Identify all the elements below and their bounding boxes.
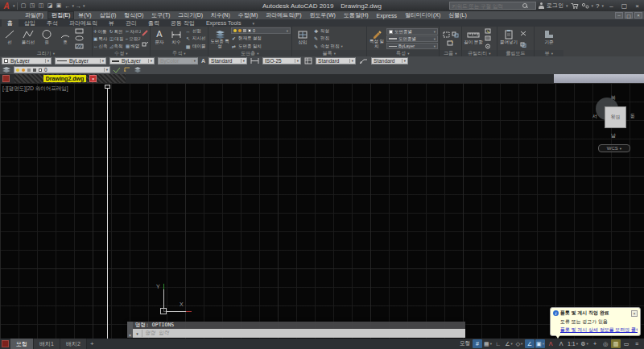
arc-button[interactable]: 호 — [56, 27, 74, 50]
edit-block-button[interactable]: ✎편집 — [313, 35, 343, 42]
search-input[interactable] — [450, 3, 522, 9]
layout-tab-layout1[interactable]: 배치1 — [34, 339, 60, 349]
polyline-button[interactable]: 폴리선 — [19, 27, 37, 50]
dropdown-icon[interactable]: ▾ — [490, 342, 492, 346]
menu-dimension[interactable]: 치수(N) — [207, 11, 234, 19]
compass-west-label[interactable]: 서 — [589, 113, 601, 120]
object-color-combo[interactable]: 도면층별 ▾ — [386, 28, 438, 35]
layer-manager-icon[interactable] — [2, 66, 11, 74]
menu-symbol[interactable]: 심볼(L) — [444, 11, 471, 19]
dropdown-icon[interactable]: ▾ — [587, 342, 588, 346]
signin-dropdown-icon[interactable]: ▾ — [566, 3, 568, 8]
annotation-visibility-toggle[interactable]: Λ — [546, 339, 555, 348]
layout-tab-layout2[interactable]: 배치2 — [60, 339, 87, 349]
dropdown-icon[interactable]: ▾ — [511, 342, 513, 346]
snap-mode-toggle[interactable]: ▦▾ — [483, 339, 493, 348]
move-button[interactable]: ✛이동 — [93, 28, 109, 35]
match-layer-button[interactable]: ⇄도면층 일치 — [231, 43, 291, 50]
search-icon[interactable] — [522, 3, 528, 9]
rectangle-button[interactable] — [75, 28, 84, 34]
ribbon-state-arrow-icon[interactable]: ▾ — [246, 19, 260, 27]
annotation-monitor-toggle[interactable]: + — [590, 339, 600, 348]
layer-control-combo[interactable]: 0 ▾ — [14, 66, 110, 73]
set-current-layer-button[interactable]: ✔현재로 설정 — [231, 35, 291, 42]
isolate-objects-button[interactable]: ◎ — [601, 339, 610, 348]
leader-button[interactable]: ↖지시선 — [185, 35, 206, 42]
stretch-button[interactable]: ↔신축 — [93, 43, 109, 50]
quick-calc-button[interactable] — [485, 35, 491, 41]
make-current-icon[interactable] — [113, 66, 121, 73]
annotation-scale-button[interactable]: 1:1▾ — [567, 339, 579, 348]
linear-dim-button[interactable]: ↔선형 — [185, 27, 206, 35]
command-close-icon[interactable]: × — [129, 333, 132, 338]
notification-close-icon[interactable]: × — [631, 310, 638, 317]
polar-tracking-toggle[interactable]: ∠▾ — [504, 339, 514, 348]
help-button[interactable]: ? — [596, 2, 599, 10]
cut-button[interactable] — [520, 31, 526, 36]
open-file-button[interactable]: ◳ — [28, 1, 37, 10]
ortho-mode-toggle[interactable]: ∟ — [493, 339, 503, 348]
isometric-drafting-toggle[interactable]: ◇▾ — [514, 339, 524, 348]
menu-window[interactable]: 윈도우(W) — [306, 11, 340, 19]
line-button[interactable]: 선 — [1, 27, 19, 50]
signin-button[interactable]: 로그인 — [547, 2, 564, 10]
layer-states-icon[interactable] — [134, 66, 142, 73]
table-style-combo[interactable]: Standard ▾ — [316, 57, 356, 64]
layer-previous-icon[interactable] — [123, 66, 131, 73]
ungroup-button[interactable] — [452, 31, 459, 38]
help-search-box[interactable] — [449, 2, 536, 10]
tab-manage[interactable]: 관리 — [120, 19, 142, 27]
drawing-file-tab[interactable]: Drawing2.dwg × — [14, 74, 126, 83]
app-store-cart-icon[interactable] — [571, 2, 579, 10]
tab-annotate[interactable]: 주석 — [41, 19, 64, 27]
viewcube[interactable]: 윗면 북 동 남 서 WCS▾ — [592, 94, 641, 154]
rotate-button[interactable]: ↻회전 — [109, 28, 125, 35]
id-point-button[interactable] — [485, 44, 491, 49]
layer-properties-button[interactable]: 도면층 특성 — [209, 27, 230, 50]
panel-label-utilities[interactable]: 유틸리티▾ — [462, 50, 497, 56]
viewcube-top-face[interactable]: 윗면 — [605, 106, 626, 128]
copy-button[interactable]: ▣복사 — [93, 35, 109, 43]
new-layout-button[interactable]: + — [87, 339, 97, 349]
dropdown-icon[interactable]: ▾ — [543, 342, 544, 346]
menu-multimedia[interactable]: 멀티미디어(X) — [401, 11, 444, 19]
explode-button[interactable] — [142, 41, 149, 48]
account-dropdown-icon[interactable]: ▾ — [592, 3, 594, 8]
menu-format[interactable]: 형식(O) — [120, 11, 147, 19]
tab-collaborate[interactable]: 공동 작업 — [165, 19, 200, 27]
file-tab-close-icon[interactable]: × — [89, 75, 97, 82]
maximize-button[interactable]: ▢ — [619, 1, 630, 10]
menu-insert[interactable]: 삽입(I) — [96, 11, 121, 19]
dim-style-combo[interactable]: ISO-25 ▾ — [262, 57, 301, 64]
erase-button[interactable] — [142, 30, 149, 36]
base-view-button[interactable]: 기준 — [539, 27, 559, 50]
tab-view[interactable]: 뷰 — [103, 19, 120, 27]
panel-label-block[interactable]: 블록▾ — [292, 50, 366, 56]
dropdown-icon[interactable]: ▾ — [576, 342, 578, 346]
menu-tools[interactable]: 도구(T) — [147, 11, 174, 19]
redo-button[interactable]: → — [74, 1, 83, 10]
panel-label-annotate[interactable]: 주석▾ — [151, 50, 208, 56]
mleader-style-combo[interactable]: Standard ▾ — [371, 57, 408, 64]
autodesk-account-icon[interactable] — [581, 2, 589, 10]
measure-button[interactable]: 길이 분할 — [463, 27, 484, 50]
dimension-button[interactable]: 치수 — [168, 27, 184, 50]
circle-button[interactable]: 원 — [38, 27, 56, 50]
viewport-controls-label[interactable]: [-][평면도][2D 와이어프레임] — [2, 85, 68, 93]
tab-parametric[interactable]: 파라메트릭 — [64, 19, 103, 27]
graphics-performance-button[interactable]: ▥ — [611, 339, 621, 348]
create-block-button[interactable]: ✚작성 — [313, 27, 343, 35]
app-logo-icon[interactable]: A — [0, 1, 13, 11]
panel-label-properties[interactable]: 특성▾ — [367, 50, 439, 56]
line-grip-handle[interactable] — [105, 85, 110, 89]
menu-express[interactable]: Express — [373, 11, 401, 19]
object-snap-toggle[interactable]: ▣▾ — [535, 339, 545, 348]
app-menu-arrow-icon[interactable]: ▾ — [13, 3, 15, 8]
grid-display-toggle[interactable]: # — [473, 339, 482, 348]
annotation-autoscale-toggle[interactable]: Λ — [556, 339, 566, 348]
mdi-minimize-button[interactable]: – — [615, 12, 623, 19]
compass-east-label[interactable]: 동 — [627, 113, 638, 120]
save-button[interactable]: ◫ — [37, 1, 46, 10]
tab-express-tools[interactable]: Express Tools — [200, 19, 246, 27]
plot-button[interactable]: ▣ — [55, 1, 64, 10]
